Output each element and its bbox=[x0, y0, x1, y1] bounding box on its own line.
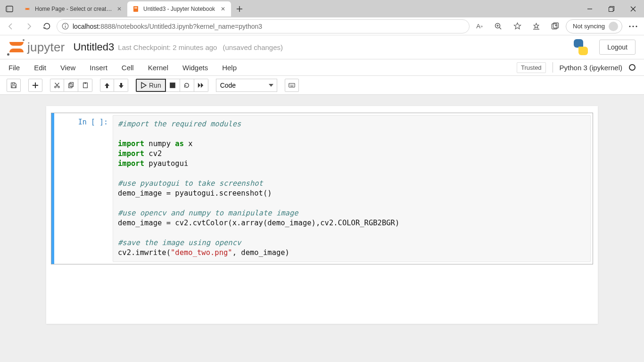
favorites-icon[interactable] bbox=[509, 19, 525, 33]
copy-button[interactable] bbox=[64, 79, 78, 92]
tab-title: Untitled3 - Jupyter Notebook bbox=[143, 6, 216, 12]
zoom-icon[interactable] bbox=[490, 19, 506, 33]
logout-button[interactable]: Logout bbox=[599, 40, 636, 55]
kernel-indicator-icon bbox=[629, 64, 636, 71]
menu-view[interactable]: View bbox=[60, 64, 75, 72]
svg-point-42 bbox=[291, 84, 291, 85]
new-tab-button[interactable] bbox=[233, 2, 246, 16]
close-tab-icon[interactable]: ✕ bbox=[220, 6, 226, 12]
back-button[interactable] bbox=[3, 19, 19, 33]
svg-rect-1 bbox=[6, 6, 8, 12]
svg-rect-35 bbox=[68, 83, 72, 88]
cell-type-select[interactable]: Code bbox=[216, 79, 277, 92]
svg-point-24 bbox=[629, 25, 630, 27]
menu-kernel[interactable]: Kernel bbox=[148, 64, 168, 72]
run-label: Run bbox=[149, 82, 161, 89]
svg-rect-2 bbox=[133, 6, 138, 12]
notebook-paper: In [ ]: #import the required modules imp… bbox=[46, 106, 598, 324]
url-input[interactable]: localhost:8888/notebooks/Untitled3.ipynb… bbox=[57, 19, 470, 33]
close-window-button[interactable] bbox=[622, 0, 644, 17]
restart-button[interactable] bbox=[180, 79, 194, 92]
move-down-button[interactable] bbox=[114, 79, 128, 92]
minimize-button[interactable] bbox=[579, 0, 601, 17]
tab-actions-icon[interactable] bbox=[3, 2, 16, 16]
paste-button[interactable] bbox=[78, 79, 92, 92]
jupyter-icon bbox=[8, 40, 25, 54]
cut-button[interactable] bbox=[50, 79, 64, 92]
menu-cell[interactable]: Cell bbox=[122, 64, 134, 72]
browser-tab[interactable]: Untitled3 - Jupyter Notebook✕ bbox=[127, 1, 231, 16]
site-info-icon[interactable] bbox=[62, 23, 69, 30]
menu-help[interactable]: Help bbox=[222, 64, 237, 72]
svg-rect-40 bbox=[289, 83, 294, 87]
svg-point-14 bbox=[65, 24, 66, 25]
unsaved-label: (unsaved changes) bbox=[223, 43, 283, 51]
command-palette-button[interactable] bbox=[285, 79, 299, 92]
jupyter-favicon-icon bbox=[24, 5, 31, 13]
browser-tabs: Home Page - Select or create a n✕Untitle… bbox=[19, 0, 231, 17]
svg-point-41 bbox=[289, 84, 290, 85]
more-menu-icon[interactable] bbox=[625, 19, 641, 33]
notebook-title[interactable]: Untitled3 bbox=[73, 41, 114, 53]
menu-edit[interactable]: Edit bbox=[34, 64, 46, 72]
menu-insert[interactable]: Insert bbox=[90, 64, 107, 72]
sync-label: Not syncing bbox=[573, 23, 605, 30]
code-input[interactable]: #import the required modules import nump… bbox=[113, 115, 591, 262]
separator bbox=[553, 62, 553, 73]
move-up-button[interactable] bbox=[100, 79, 114, 92]
interrupt-button[interactable] bbox=[166, 79, 180, 92]
checkpoint-label: Last Checkpoint: 2 minutes ago bbox=[118, 43, 217, 51]
notebook-canvas[interactable]: In [ ]: #import the required modules imp… bbox=[0, 95, 644, 362]
svg-rect-39 bbox=[170, 82, 175, 88]
svg-rect-45 bbox=[290, 86, 293, 86]
restart-run-all-button[interactable] bbox=[194, 79, 208, 92]
save-button[interactable] bbox=[7, 79, 21, 92]
add-cell-button[interactable] bbox=[28, 79, 42, 92]
close-tab-icon[interactable]: ✕ bbox=[116, 6, 123, 12]
svg-point-43 bbox=[292, 84, 292, 85]
svg-point-25 bbox=[632, 25, 634, 27]
svg-rect-3 bbox=[134, 7, 137, 8]
kernel-name[interactable]: Python 3 (ipykernel) bbox=[560, 64, 622, 72]
collections-icon[interactable] bbox=[547, 19, 563, 33]
read-aloud-icon[interactable]: A» bbox=[471, 19, 487, 33]
notebook-header: jupyter Untitled3 Last Checkpoint: 2 min… bbox=[0, 35, 644, 59]
menu-widgets[interactable]: Widgets bbox=[182, 64, 208, 72]
refresh-button[interactable] bbox=[39, 19, 55, 33]
browser-titlebar: Home Page - Select or create a n✕Untitle… bbox=[0, 0, 644, 17]
jupyter-word: jupyter bbox=[27, 40, 65, 55]
python-icon bbox=[573, 39, 589, 55]
trusted-badge[interactable]: Trusted bbox=[517, 62, 546, 73]
menubar: FileEditViewInsertCellKernelWidgetsHelp … bbox=[0, 59, 644, 76]
code-cell[interactable]: In [ ]: #import the required modules imp… bbox=[51, 113, 593, 264]
toolbar: Run Code bbox=[0, 76, 644, 95]
svg-rect-38 bbox=[84, 82, 86, 83]
svg-rect-36 bbox=[70, 82, 73, 86]
url-host: localhost: bbox=[73, 23, 100, 30]
forward-button[interactable] bbox=[21, 19, 37, 33]
svg-rect-28 bbox=[12, 85, 16, 87]
address-bar-row: localhost:8888/notebooks/Untitled3.ipynb… bbox=[0, 17, 644, 35]
favorites-bar-icon[interactable] bbox=[528, 19, 544, 33]
svg-rect-4 bbox=[134, 8, 137, 8]
svg-point-44 bbox=[293, 84, 293, 85]
maximize-button[interactable] bbox=[601, 0, 622, 17]
cell-prompt: In [ ]: bbox=[51, 113, 113, 264]
notebook-favicon-icon bbox=[132, 5, 140, 13]
svg-rect-9 bbox=[609, 7, 613, 11]
menu-file[interactable]: File bbox=[8, 64, 20, 72]
svg-point-26 bbox=[636, 25, 637, 27]
jupyter-logo[interactable]: jupyter bbox=[8, 40, 65, 55]
avatar-icon bbox=[609, 22, 618, 31]
run-button[interactable]: Run bbox=[136, 79, 166, 92]
browser-tab[interactable]: Home Page - Select or create a n✕ bbox=[19, 1, 127, 16]
url-path: 8888/notebooks/Untitled3.ipynb?kernel_na… bbox=[100, 23, 262, 30]
tab-title: Home Page - Select or create a n bbox=[35, 6, 112, 12]
svg-line-16 bbox=[500, 27, 502, 29]
profile-sync-button[interactable]: Not syncing bbox=[566, 19, 622, 33]
